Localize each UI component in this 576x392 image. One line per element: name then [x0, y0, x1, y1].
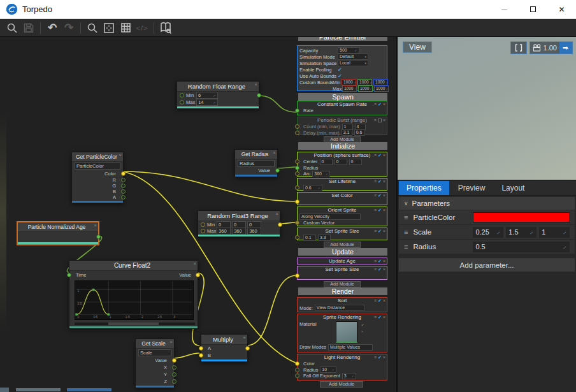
add-module-button-initialize[interactable]: Add Module — [324, 242, 361, 248]
scale-z-field[interactable]: 1↔ — [539, 227, 570, 238]
parameter-name-field[interactable]: Radius — [238, 160, 275, 167]
node-curve-float2[interactable]: Curve Float2× Time Value 0.5100.511.522.… — [69, 260, 198, 329]
input-port-time[interactable] — [67, 273, 71, 277]
output-port[interactable] — [257, 93, 261, 98]
step-forward-button[interactable]: ⮕ — [559, 42, 572, 54]
bounds-max-y-field[interactable]: 1000↔ — [358, 85, 373, 92]
material-clear-icon[interactable]: × — [361, 330, 364, 333]
particlecolor-swatch[interactable] — [473, 212, 570, 222]
node-close-icon[interactable]: × — [119, 152, 122, 158]
parameter-name-field[interactable]: Scale — [138, 349, 171, 356]
center-x-field[interactable]: 0 — [320, 159, 333, 165]
output-port-z[interactable] — [172, 379, 176, 384]
save-button[interactable] — [20, 20, 37, 36]
module-menu-icon[interactable]: ≡ — [374, 192, 377, 199]
node-particle-normalized-age[interactable]: Particle Normalized Age× — [17, 222, 99, 245]
drag-handle-icon[interactable]: ≡ — [404, 228, 408, 236]
module-enabled-checkbox[interactable]: ✔ — [378, 266, 382, 273]
tab-properties[interactable]: Properties — [399, 181, 449, 195]
add-module-button-render[interactable]: Add Module — [320, 381, 363, 388]
module-menu-icon[interactable]: ≡ — [374, 266, 377, 273]
module-enabled-checkbox[interactable]: ✔ — [378, 192, 382, 199]
bounds-min-y-field[interactable]: 1000↔ — [357, 79, 372, 85]
count-max-field[interactable]: 4 — [355, 124, 366, 130]
input-port-min[interactable] — [201, 222, 205, 227]
rate-input-port[interactable] — [295, 108, 299, 113]
output-port-x[interactable] — [172, 365, 176, 370]
enable-pooling-checkbox[interactable]: ✔ — [338, 67, 342, 73]
add-parameter-button[interactable]: Add parameter... — [399, 258, 575, 272]
custom-vector-input-port[interactable] — [295, 221, 299, 225]
orient-mode-select[interactable]: Along Velocity — [299, 214, 361, 220]
view-menu-button[interactable]: View — [403, 41, 432, 53]
output-port[interactable] — [245, 346, 250, 351]
node-close-icon[interactable]: × — [273, 150, 276, 156]
safe-frame-button[interactable] — [510, 41, 527, 54]
module-enabled-checkbox[interactable]: ✔ — [378, 207, 382, 214]
module-menu-icon[interactable]: ≡ — [374, 178, 377, 185]
draw-modes-select[interactable]: Multiple Values — [328, 344, 373, 351]
use-auto-bounds-checkbox[interactable]: ✔ — [338, 73, 342, 79]
bounds-min-x-field[interactable]: 1000↔ — [342, 79, 356, 85]
module-set-sprite-size-init[interactable]: Set Sprite Size≡✔× 0.13.3 — [297, 228, 387, 240]
size-input-port[interactable] — [295, 235, 299, 240]
node-close-icon[interactable]: × — [193, 261, 196, 266]
material-preview[interactable] — [336, 321, 357, 343]
redo-button[interactable]: ↷ — [61, 20, 77, 36]
bounds-min-z-field[interactable]: 1000↔ — [373, 79, 388, 85]
count-min-field[interactable]: 1 — [342, 124, 353, 130]
center-input-port[interactable] — [295, 159, 299, 164]
output-port-r[interactable] — [121, 178, 126, 182]
undo-button[interactable]: ↶ — [44, 20, 61, 36]
module-constant-spawn-rate[interactable]: Constant Spawn Rate≡✔× Rate — [297, 101, 387, 115]
module-close-icon[interactable]: × — [383, 101, 385, 108]
module-set-lifetime[interactable]: Set Lifetime≡✔× 0.6↔ — [297, 178, 387, 191]
module-close-icon[interactable]: × — [383, 258, 385, 265]
min-field[interactable]: 6↔ — [196, 92, 218, 99]
count-input-port[interactable] — [295, 124, 299, 129]
module-close-icon[interactable]: × — [383, 298, 385, 304]
module-light-rendering[interactable]: Light Rendering≡✔× Color Radius10↔ Fall … — [297, 354, 387, 381]
falloff-field[interactable]: 3↔ — [342, 373, 356, 379]
size-input-port[interactable] — [295, 273, 299, 278]
grid-button[interactable] — [117, 20, 134, 36]
node-title[interactable]: Get Radius× — [235, 150, 277, 159]
module-sort[interactable]: Sort≡✔× Mode:View Distance — [297, 297, 387, 312]
playback-time-button[interactable]: 1.00 ⮕ — [529, 41, 573, 54]
node-close-icon[interactable]: × — [254, 82, 257, 87]
parameters-group-header[interactable]: ∨ Parameters — [399, 197, 575, 210]
module-close-icon[interactable]: × — [383, 178, 385, 185]
module-menu-icon[interactable]: ≡ — [374, 101, 377, 108]
bounds-max-x-field[interactable]: 1000↔ — [342, 85, 357, 92]
module-close-icon[interactable]: × — [383, 314, 385, 321]
module-close-icon[interactable]: × — [383, 228, 385, 235]
node-title[interactable]: Particle Normalized Age× — [18, 222, 98, 232]
module-menu-icon[interactable]: ≡ — [374, 314, 377, 321]
center-z-field[interactable]: 0 — [349, 159, 362, 165]
node-get-scale[interactable]: Get Scale× Scale Value X Y Z — [135, 338, 175, 388]
light-color-input-port[interactable] — [295, 361, 299, 366]
node-close-icon[interactable]: × — [243, 335, 246, 340]
node-title[interactable]: Curve Float2× — [69, 261, 198, 271]
node-graph-canvas[interactable]: Random Float Range× Min6↔ Max14↔ Get Par… — [0, 37, 396, 392]
emitter-properties[interactable]: Capacity500↔ Simulation ModeDefault▾ Sim… — [297, 45, 387, 91]
module-orient-sprite[interactable]: Orient Sprite≡✔× Along Velocity Custom V… — [297, 207, 387, 226]
input-port-a[interactable] — [199, 346, 203, 351]
delay-max-field[interactable]: 0.6 — [354, 129, 365, 136]
output-port-value[interactable] — [172, 358, 176, 363]
module-update-age[interactable]: Update Age≡✔× — [297, 258, 387, 265]
module-enabled-checkbox[interactable]: ✔ — [378, 101, 382, 108]
maximize-button[interactable] — [519, 0, 547, 19]
node-multiply[interactable]: Multiply× A B — [201, 334, 248, 362]
output-port-b[interactable] — [121, 189, 126, 194]
lifetime-input-port[interactable] — [295, 185, 299, 190]
output-port-g[interactable] — [121, 184, 126, 188]
node-title[interactable]: Get ParticleColor× — [72, 152, 123, 162]
node-get-particlecolor[interactable]: Get ParticleColor× ParticleColor Color R… — [71, 152, 124, 203]
code-view-button[interactable]: </​> — [134, 20, 150, 36]
module-sprite-rendering[interactable]: Sprite Rendering≡✔× Material ✔× Draw Mod… — [297, 314, 387, 352]
sort-mode-select[interactable]: View Distance — [315, 305, 364, 311]
module-close-icon[interactable]: × — [383, 266, 385, 273]
curve-scrollbar[interactable] — [75, 323, 195, 325]
module-enabled-checkbox[interactable]: ✔ — [378, 314, 382, 321]
